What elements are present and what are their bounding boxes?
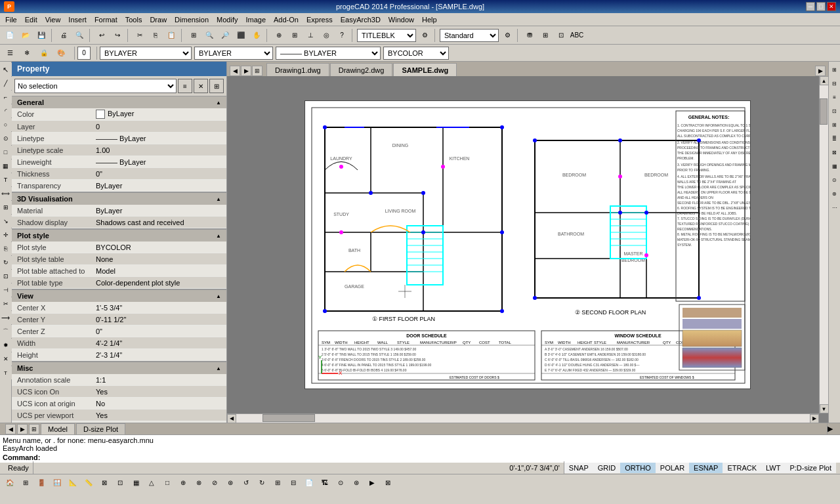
preview-btn[interactable]: 🔍	[72, 28, 87, 43]
tab-drawing1[interactable]: Drawing1.dwg	[266, 63, 329, 76]
ea-btn1[interactable]: 🏠	[3, 476, 17, 490]
ea-btn18[interactable]: ⊞	[270, 476, 285, 490]
zoom-in-btn[interactable]: 🔍	[202, 28, 217, 43]
layer-freeze-btn[interactable]: ❄	[20, 46, 34, 60]
ea-btn19[interactable]: ⊟	[286, 476, 301, 490]
hscroll-right[interactable]: ▶	[810, 414, 819, 423]
maximize-btn[interactable]: □	[816, 2, 826, 11]
layout-model[interactable]: Model	[41, 423, 75, 434]
lineweight-combo[interactable]: ——— BYLAYER	[276, 47, 381, 60]
tool-scale[interactable]: ⊡	[0, 270, 12, 283]
ea-btn16[interactable]: ↺	[239, 476, 253, 490]
ea-btn9[interactable]: ▦	[129, 476, 143, 490]
menu-edit[interactable]: Edit	[21, 14, 41, 25]
grid-btn-status[interactable]: GRID	[593, 463, 621, 473]
right-tool-9[interactable]: ⊙	[828, 173, 840, 186]
right-tool-5[interactable]: ⊞	[828, 118, 840, 131]
tab-next[interactable]: ▶	[241, 66, 251, 76]
ea-btn24[interactable]: ▶	[365, 476, 379, 490]
prop-action2[interactable]: ✕	[194, 79, 208, 93]
ea-btn14[interactable]: ⊘	[207, 476, 222, 490]
save-btn[interactable]: 💾	[34, 28, 49, 43]
tool-mirror[interactable]: ⊣	[0, 284, 12, 297]
tab-arrow[interactable]: ▶	[815, 66, 826, 76]
menu-easyarch[interactable]: EasyArch3D	[337, 14, 385, 25]
layout-prev[interactable]: ◀	[5, 424, 16, 434]
right-tool-11[interactable]: ⋯	[828, 201, 840, 214]
layout-home[interactable]: ⊞	[29, 424, 39, 434]
menu-draw[interactable]: Draw	[146, 14, 171, 25]
menu-dimension[interactable]: Dimension	[171, 14, 213, 25]
linetype-combo[interactable]: BYLAYER	[194, 47, 273, 60]
layout-dsize[interactable]: D-size Plot	[76, 423, 125, 434]
general-header[interactable]: General	[12, 96, 226, 108]
snap-btn[interactable]: SNAP	[564, 463, 593, 473]
vscroll-down[interactable]: ▼	[820, 404, 829, 413]
plot-header[interactable]: Plot style	[12, 229, 226, 242]
view-header[interactable]: View	[12, 289, 226, 302]
etrack-btn-status[interactable]: ETRACK	[723, 463, 761, 473]
ea-btn13[interactable]: ⊗	[192, 476, 206, 490]
right-tool-3[interactable]: ≡	[828, 91, 840, 104]
tool-line[interactable]: ╱	[0, 77, 12, 90]
right-tool-4[interactable]: ⊡	[828, 104, 840, 117]
tool-move[interactable]: ✛	[0, 228, 12, 242]
zoom-all-btn[interactable]: ⊞	[186, 28, 201, 43]
tool-dim[interactable]: ⟺	[0, 187, 12, 200]
menu-modify[interactable]: Modify	[213, 14, 242, 25]
ortho-btn-status[interactable]: ORTHO	[620, 463, 656, 473]
tool-trim[interactable]: ✂	[0, 297, 12, 310]
tool-explode[interactable]: ✸	[0, 339, 12, 352]
plot-style-combo[interactable]: BYCOLOR	[383, 47, 449, 60]
zoom-out-btn[interactable]: 🔎	[218, 28, 232, 43]
selection-combo[interactable]: No selection	[14, 79, 177, 93]
tool-circle[interactable]: ○	[0, 118, 12, 131]
hscroll-thumb[interactable]	[262, 414, 315, 422]
ea-btn15[interactable]: ⊛	[223, 476, 238, 490]
menu-window[interactable]: Window	[385, 14, 418, 25]
close-btn[interactable]: ✕	[827, 2, 836, 11]
misc-header[interactable]: Misc	[12, 362, 226, 374]
open-btn[interactable]: 📂	[18, 28, 33, 43]
extra-btn1[interactable]: ⛃	[522, 28, 537, 43]
cut-btn[interactable]: ✂	[133, 28, 147, 43]
right-tool-1[interactable]: ⊞	[828, 63, 840, 76]
pan-btn[interactable]: ✋	[249, 28, 264, 43]
right-tool-8[interactable]: ▦	[828, 159, 840, 173]
tool-copy2[interactable]: ⎘	[0, 242, 12, 255]
ea-btn2[interactable]: ⊞	[18, 476, 33, 490]
ea-btn6[interactable]: 📏	[81, 476, 96, 490]
tab-home[interactable]: ⊞	[252, 66, 262, 76]
ea-btn25[interactable]: ⊠	[381, 476, 395, 490]
tab-sample[interactable]: SAMPLE.dwg	[393, 63, 457, 76]
menu-insert[interactable]: Insert	[64, 14, 91, 25]
tab-prev[interactable]: ◀	[230, 66, 240, 76]
menu-addon[interactable]: Add-On	[270, 14, 303, 25]
ea-btn3[interactable]: 🚪	[34, 476, 49, 490]
menu-express[interactable]: Express	[303, 14, 337, 25]
vis3d-header[interactable]: 3D Visualisation	[12, 192, 226, 205]
ea-btn20[interactable]: 📄	[302, 476, 316, 490]
prop-action1[interactable]: ≡	[178, 79, 192, 93]
extra-btn4[interactable]: ABC	[570, 28, 584, 43]
tool-erase[interactable]: ✕	[0, 352, 12, 366]
print-btn[interactable]: 🖨	[56, 28, 71, 43]
zoom-prev-btn[interactable]: ⬛	[234, 28, 248, 43]
tool-text[interactable]: T	[0, 173, 12, 186]
extra-btn2[interactable]: ⊞	[538, 28, 553, 43]
right-tool-2[interactable]: ⊟	[828, 77, 840, 90]
minimize-btn[interactable]: ─	[806, 2, 815, 11]
right-tool-7[interactable]: ⊠	[828, 146, 840, 159]
prop-action3[interactable]: ⊞	[209, 79, 224, 93]
right-tool-6[interactable]: ≣	[828, 132, 840, 145]
ea-btn17[interactable]: ↻	[255, 476, 269, 490]
ea-btn22[interactable]: ⊙	[333, 476, 348, 490]
ea-btn4[interactable]: 🪟	[50, 476, 64, 490]
text-style-combo[interactable]: TITLEBLK	[357, 29, 416, 42]
color-combo[interactable]: BYLAYER	[100, 47, 192, 60]
vscroll-thumb[interactable]	[820, 98, 828, 125]
layer-color-btn[interactable]: 🎨	[54, 46, 68, 60]
ea-btn7[interactable]: ⊠	[97, 476, 112, 490]
command-text-input[interactable]	[43, 453, 837, 461]
redo-btn[interactable]: ↪	[110, 28, 125, 43]
